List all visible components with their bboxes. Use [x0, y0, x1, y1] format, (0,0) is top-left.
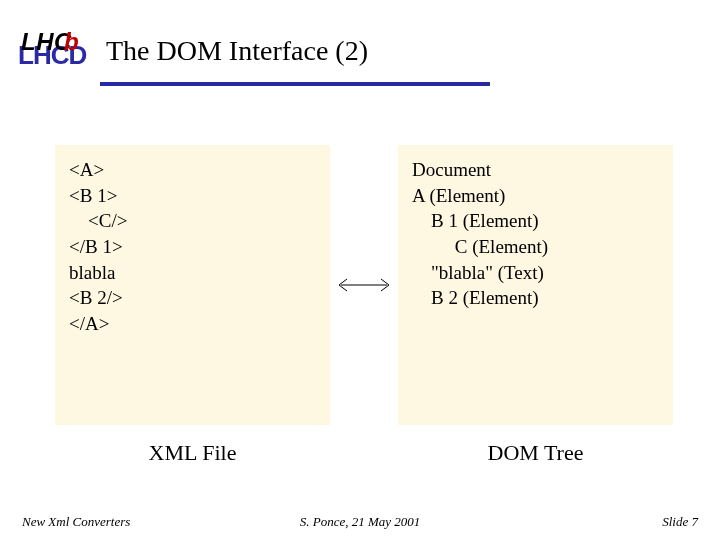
dom-content: Document A (Element) B 1 (Element) C (El… [412, 157, 659, 311]
arrow-container [330, 276, 398, 294]
caption-gap [330, 440, 398, 466]
slide-header: LHCD LHC b The DOM Interface (2) [0, 0, 720, 74]
content-area: <A> <B 1> <C/> </B 1> blabla <B 2/> </A>… [55, 140, 680, 430]
xml-caption: XML File [55, 440, 330, 466]
dom-caption: DOM Tree [398, 440, 673, 466]
xml-content: <A> <B 1> <C/> </B 1> blabla <B 2/> </A> [69, 157, 316, 336]
slide-footer: New Xml Converters S. Ponce, 21 May 2001… [0, 514, 720, 530]
lhcb-logo: LHCD LHC b [18, 28, 88, 74]
double-arrow-icon [335, 276, 393, 294]
dom-panel: Document A (Element) B 1 (Element) C (El… [398, 145, 673, 425]
footer-center: S. Ponce, 21 May 2001 [0, 514, 720, 530]
logo-accent-text: b [64, 28, 79, 56]
xml-panel: <A> <B 1> <C/> </B 1> blabla <B 2/> </A> [55, 145, 330, 425]
captions-row: XML File DOM Tree [55, 440, 680, 466]
title-divider [100, 82, 490, 86]
page-title: The DOM Interface (2) [106, 35, 368, 67]
